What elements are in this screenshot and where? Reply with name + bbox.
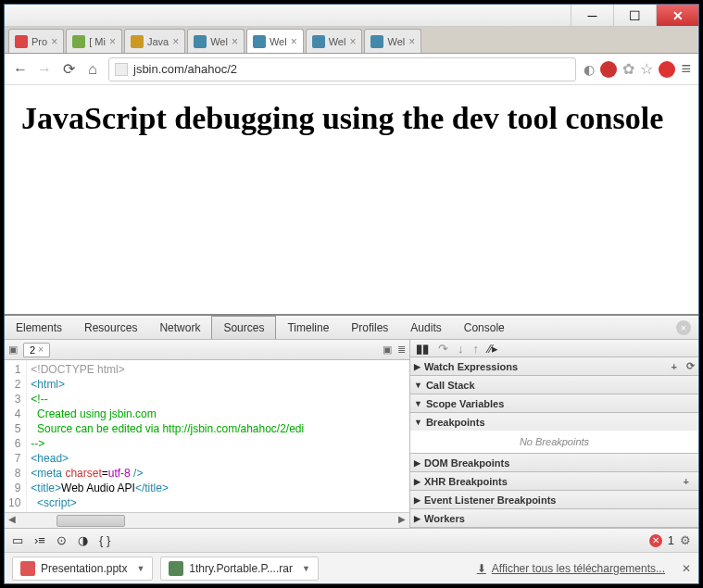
file-icon xyxy=(20,561,35,576)
chevron-down-icon[interactable]: ▼ xyxy=(302,564,310,573)
close-downloads-icon[interactable]: ✕ xyxy=(682,562,691,575)
disclosure-icon: ▶ xyxy=(414,514,421,523)
pane-header[interactable]: ▼Scope Variables xyxy=(410,394,698,412)
disclosure-icon: ▼ xyxy=(414,418,422,427)
refresh-icon[interactable]: ⟳ xyxy=(686,360,695,372)
error-icon[interactable]: ✕ xyxy=(649,534,662,547)
pane-header[interactable]: ▶Workers xyxy=(410,509,698,527)
close-icon[interactable]: × xyxy=(291,35,297,48)
sync-icon[interactable]: ◐ xyxy=(584,62,595,77)
devtools-close-icon[interactable]: × xyxy=(676,320,691,335)
url-input[interactable]: jsbin.com/ahahoc/2 xyxy=(108,57,576,81)
disclosure-icon: ▶ xyxy=(414,477,421,486)
back-button[interactable]: ← xyxy=(12,61,29,78)
close-button[interactable]: ✕ xyxy=(656,5,698,26)
forward-button[interactable]: → xyxy=(36,61,53,78)
pane-header[interactable]: ▶Watch Expressions+⟳ xyxy=(410,357,698,375)
devtools-tab-elements[interactable]: Elements xyxy=(5,316,73,339)
browser-tab[interactable]: Pro× xyxy=(8,29,64,53)
pause-button[interactable]: ▮▮ xyxy=(416,342,429,356)
pane-header[interactable]: ▶DOM Breakpoints xyxy=(410,454,698,471)
scroll-thumb[interactable] xyxy=(56,515,125,527)
wrap-icon[interactable]: ≣ xyxy=(397,344,406,356)
capture-icon[interactable]: ✿ xyxy=(622,60,634,78)
download-icon: ⬇ xyxy=(477,562,486,575)
download-item[interactable]: 1thry.Portable.P....rar▼ xyxy=(160,557,319,581)
close-icon[interactable]: × xyxy=(172,35,179,48)
chevron-down-icon[interactable]: ▼ xyxy=(136,564,144,573)
browser-tab[interactable]: Wel× xyxy=(187,29,245,53)
horizontal-scrollbar[interactable]: ◀ ▶ xyxy=(5,512,409,528)
favicon xyxy=(253,35,266,48)
devtools-tab-timeline[interactable]: Timeline xyxy=(276,316,340,339)
show-all-downloads[interactable]: ⬇Afficher tous les téléchargements... xyxy=(477,562,665,575)
devtools-tab-resources[interactable]: Resources xyxy=(73,316,148,339)
devtools-tab-profiles[interactable]: Profiles xyxy=(340,316,399,339)
disclosure-icon: ▶ xyxy=(414,458,421,468)
error-count: 1 xyxy=(668,533,674,547)
step-into-button[interactable]: ↓ xyxy=(458,342,464,356)
favicon xyxy=(131,35,144,48)
sources-file-bar: ▣ 2 × ▣ ≣ xyxy=(5,340,409,360)
bookmark-icon[interactable]: ☆ xyxy=(640,60,653,78)
pane-header[interactable]: ▼Breakpoints xyxy=(410,413,698,431)
browser-tab[interactable]: Wel× xyxy=(246,29,304,53)
close-icon[interactable]: × xyxy=(109,35,116,48)
close-icon[interactable]: × xyxy=(38,344,44,355)
reload-button[interactable]: ⟳ xyxy=(60,61,77,78)
devtools-tab-sources[interactable]: Sources xyxy=(211,316,276,339)
add-icon[interactable]: + xyxy=(672,361,677,372)
devtools-panel: ElementsResourcesNetworkSourcesTimelineP… xyxy=(5,314,698,552)
download-item[interactable]: Presentation.pptx▼ xyxy=(12,557,153,581)
favicon xyxy=(370,35,383,48)
browser-tab[interactable]: Wel× xyxy=(306,29,363,53)
minimize-button[interactable]: ─ xyxy=(571,5,613,26)
record-icon[interactable]: ◑ xyxy=(78,533,88,547)
step-out-button[interactable]: ↑ xyxy=(473,342,480,356)
menu-button[interactable]: ≡ xyxy=(681,59,691,79)
nav-toggle-icon[interactable]: ▣ xyxy=(8,344,18,356)
home-button[interactable]: ⌂ xyxy=(84,61,101,78)
favicon xyxy=(72,35,85,48)
address-bar: ← → ⟳ ⌂ jsbin.com/ahahoc/2 ◐ ✿ ☆ ≡ xyxy=(5,54,698,85)
file-icon xyxy=(169,561,183,576)
disclosure-icon: ▼ xyxy=(414,381,422,390)
maximize-button[interactable]: ☐ xyxy=(613,5,656,26)
browser-tab[interactable]: [ Mi× xyxy=(66,29,122,53)
devtools-tab-audits[interactable]: Audits xyxy=(399,316,452,339)
close-icon[interactable]: × xyxy=(232,35,238,48)
ublock-icon[interactable] xyxy=(659,61,675,78)
devtools-tab-network[interactable]: Network xyxy=(148,316,211,339)
page-heading: JavaScript debugging using the dev tool … xyxy=(21,98,682,139)
close-icon[interactable]: × xyxy=(349,35,356,48)
favicon xyxy=(15,35,28,48)
favicon xyxy=(312,35,325,48)
code-editor[interactable]: 12345678910111213141516 <!DOCTYPE html><… xyxy=(5,360,409,512)
downloads-bar: Presentation.pptx▼1thry.Portable.P....ra… xyxy=(5,552,698,583)
step-through-icon[interactable]: ▣ xyxy=(383,344,392,356)
disclosure-icon: ▼ xyxy=(414,399,422,408)
adblock-icon[interactable] xyxy=(600,61,617,78)
disclosure-icon: ▶ xyxy=(414,495,421,505)
close-icon[interactable]: × xyxy=(408,35,415,48)
step-over-button[interactable]: ↷ xyxy=(438,342,448,356)
pane-header[interactable]: ▼Call Stack xyxy=(410,376,698,394)
devtools-tab-console[interactable]: Console xyxy=(453,316,516,339)
browser-tab[interactable]: Java× xyxy=(124,29,185,53)
console-toggle-icon[interactable]: ›≡ xyxy=(34,533,45,547)
pretty-print-icon[interactable]: { } xyxy=(99,533,110,547)
inspect-icon[interactable]: ⊙ xyxy=(56,533,67,547)
browser-window: ─ ☐ ✕ Pro×[ Mi×Java×Wel×Wel×Wel×Wel× ← →… xyxy=(4,4,699,584)
settings-icon[interactable]: ⚙ xyxy=(680,533,691,547)
deactivate-breakpoints-button[interactable]: ⁄⁄▸ xyxy=(488,342,498,356)
pane-body: No Breakpoints xyxy=(410,431,698,453)
add-icon[interactable]: + xyxy=(684,476,689,487)
devtools-tabs: ElementsResourcesNetworkSourcesTimelineP… xyxy=(5,316,698,340)
close-icon[interactable]: × xyxy=(51,35,57,48)
browser-tab[interactable]: Wel× xyxy=(364,29,421,53)
file-tab[interactable]: 2 × xyxy=(23,343,50,357)
url-text: jsbin.com/ahahoc/2 xyxy=(133,62,237,76)
dock-icon[interactable]: ▭ xyxy=(12,533,23,547)
pane-header[interactable]: ▶Event Listener Breakpoints xyxy=(410,491,698,508)
pane-header[interactable]: ▶XHR Breakpoints+ xyxy=(410,472,698,490)
